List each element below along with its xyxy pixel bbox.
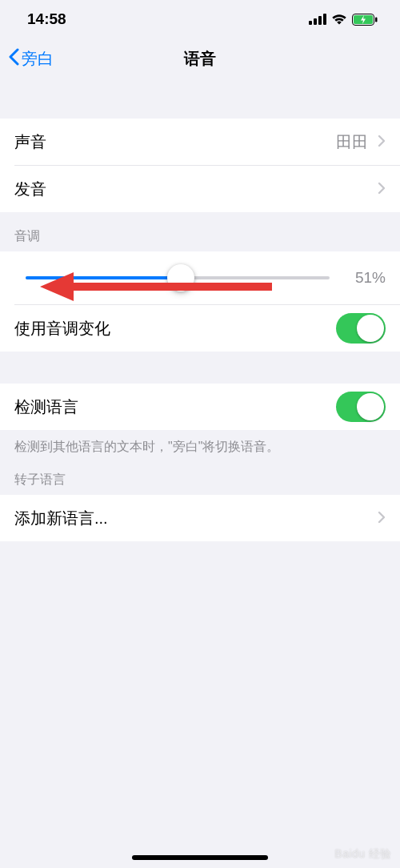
chevron-right-icon xyxy=(378,180,386,199)
status-time: 14:58 xyxy=(27,10,66,28)
footer-detect: 检测到其他语言的文本时，"旁白"将切换语音。 xyxy=(0,430,400,459)
chevron-left-icon xyxy=(8,48,22,70)
svg-rect-1 xyxy=(314,18,317,25)
chevron-right-icon xyxy=(378,509,386,528)
detect-language-toggle[interactable] xyxy=(336,392,386,422)
pitch-slider-row: 51% xyxy=(0,251,400,304)
group-detect: 检测语言 xyxy=(0,384,400,430)
status-bar: 14:58 xyxy=(0,0,400,38)
row-pronunciation-label: 发音 xyxy=(14,179,46,200)
wifi-icon xyxy=(331,14,347,25)
watermark: Baidu 经验 xyxy=(334,847,392,862)
detect-language-label: 检测语言 xyxy=(14,396,78,418)
row-use-pitch-change: 使用音调变化 xyxy=(0,305,400,352)
add-language-label: 添加新语言... xyxy=(14,508,108,529)
use-pitch-change-label: 使用音调变化 xyxy=(14,318,110,340)
cellular-icon xyxy=(309,14,326,25)
status-right xyxy=(309,14,378,26)
row-pronunciation[interactable]: 发音 xyxy=(0,166,400,212)
header-rotor: 转子语言 xyxy=(0,459,400,495)
row-voice-label: 声音 xyxy=(14,131,46,153)
battery-charging-icon xyxy=(352,14,378,26)
row-voice-value: 田田 xyxy=(336,131,368,153)
chevron-right-icon xyxy=(378,133,386,151)
home-indicator[interactable] xyxy=(132,855,268,860)
svg-rect-2 xyxy=(318,16,322,25)
row-voice[interactable]: 声音 田田 xyxy=(0,119,400,165)
nav-bar: 旁白 语音 xyxy=(0,38,400,78)
header-pitch: 音调 xyxy=(0,212,400,251)
group-rotor: 添加新语言... xyxy=(0,495,400,541)
svg-rect-0 xyxy=(309,21,312,25)
row-detect-language: 检测语言 xyxy=(0,384,400,430)
svg-rect-3 xyxy=(323,14,326,25)
pitch-slider[interactable] xyxy=(26,263,330,293)
watermark-brand: Baidu 经验 xyxy=(334,847,392,860)
back-button[interactable]: 旁白 xyxy=(8,48,54,70)
svg-rect-6 xyxy=(375,17,378,22)
group-pitch: 51% 使用音调变化 xyxy=(0,251,400,352)
use-pitch-change-toggle[interactable] xyxy=(336,313,386,344)
page-title: 语音 xyxy=(0,48,400,70)
row-add-language[interactable]: 添加新语言... xyxy=(0,495,400,541)
group-voice: 声音 田田 发音 xyxy=(0,119,400,212)
pitch-value: 51% xyxy=(341,269,386,287)
back-label: 旁白 xyxy=(22,48,54,70)
slider-thumb[interactable] xyxy=(167,264,194,291)
